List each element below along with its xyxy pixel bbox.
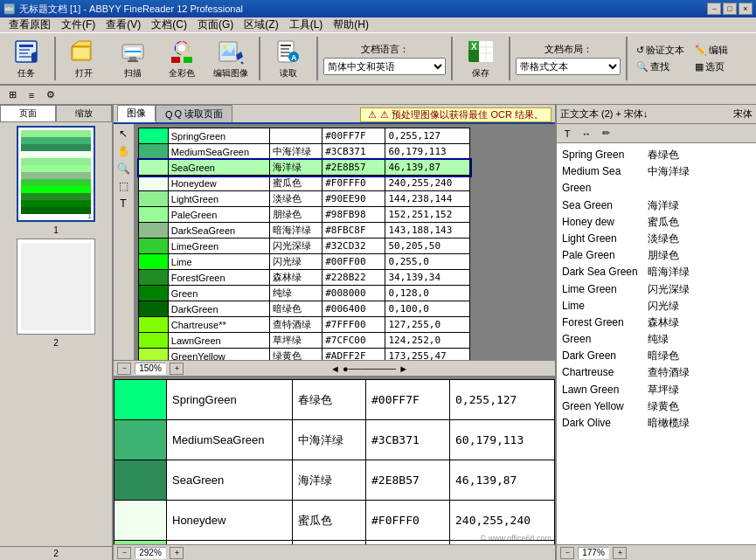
color-table-row: Honeydew 蜜瓜色 #F0FFF0 240,255,240 <box>139 176 470 191</box>
edit-icon: ✏️ <box>695 45 707 56</box>
thumb-num-2: 2 <box>53 338 59 348</box>
rp-zh: 淡绿色 <box>648 231 679 247</box>
task-button[interactable]: 任务 <box>3 35 49 82</box>
menu-region[interactable]: 区域(Z) <box>239 17 283 33</box>
zoom-out-right[interactable]: － <box>560 547 574 559</box>
image-tab[interactable]: 图像 <box>117 105 156 122</box>
verify-text-button[interactable]: ↺ 验证文本 <box>633 43 688 58</box>
right-btn-3[interactable]: ✏ <box>597 126 614 142</box>
text-tool[interactable]: T <box>115 196 131 211</box>
svg-rect-17 <box>184 57 192 63</box>
open-button[interactable]: 打开 <box>61 35 107 82</box>
format-select[interactable]: 带格式文本 <box>516 58 621 75</box>
image-area: 图像 Q Q 读取页面 ⚠ ⚠ 预处理图像以获得最佳 OCR 结果。 ↖ ✋ <box>114 105 555 376</box>
rp-en: Lawn Green <box>562 382 641 398</box>
settings-btn[interactable]: ⚙ <box>42 87 59 103</box>
right-panel-row: Dark Olive暗橄榄绿 <box>560 415 753 432</box>
bottom-zh-cell: 海洋绿 <box>293 460 366 501</box>
right-panel-row: Green纯绿 <box>560 331 753 348</box>
zoom-input-bottom[interactable] <box>135 547 166 559</box>
zoom-tool[interactable]: 🔍 <box>115 161 131 176</box>
color-en-cell: LightGreen <box>168 191 269 207</box>
bottom-hex-cell: #00FF7F <box>366 380 450 420</box>
thumbnail-area: 1 1 2 <box>0 122 112 546</box>
select-region-tool[interactable]: ⬚ <box>115 178 131 194</box>
color-en-cell: PaleGreen <box>168 207 269 223</box>
color-button[interactable]: 全彩色 <box>159 35 205 82</box>
color-rgb-cell: 0,255,127 <box>385 128 470 144</box>
pages-tab[interactable]: 页面 <box>0 105 56 122</box>
panel-tabs: 图像 Q Q 读取页面 ⚠ ⚠ 预处理图像以获得最佳 OCR 结果。 <box>114 105 555 124</box>
image-viewport[interactable]: SpringGreen #00FF7F 0,255,127 MediumSeaG… <box>135 124 555 360</box>
zoom-in-img[interactable]: ＋ <box>170 363 184 375</box>
menu-tools[interactable]: 工具(L) <box>284 17 329 33</box>
menu-help[interactable]: 帮助(H) <box>328 17 374 33</box>
color-hex-cell: #32CD32 <box>323 239 385 254</box>
zoom-in-right[interactable]: ＋ <box>613 547 627 559</box>
zoom-input-img[interactable] <box>135 363 166 375</box>
edit-image-button[interactable]: 编辑图像 <box>208 35 253 82</box>
rp-en: Lime Green <box>562 281 641 298</box>
menu-file[interactable]: 文件(F) <box>56 17 101 33</box>
bottom-area[interactable]: SpringGreen 春绿色 #00FF7F 0,255,127 Medium… <box>114 379 555 544</box>
menu-view-original[interactable]: 查看原图 <box>3 17 56 33</box>
bottom-swatch-cell <box>114 420 167 460</box>
zoom-out-img[interactable]: － <box>117 363 131 375</box>
color-icon <box>168 38 196 66</box>
color-en-cell: LawnGreen <box>168 333 269 349</box>
read-tab-label: Q 读取页面 <box>175 107 224 121</box>
zoom-tab[interactable]: 缩放 <box>56 105 112 122</box>
color-table-row: LightGreen 淡绿色 #90EE90 144,238,144 <box>139 191 470 207</box>
rp-zh: 闪光深绿 <box>648 281 690 298</box>
read-button[interactable]: A 读取 <box>266 35 311 82</box>
rp-en: Honey dew <box>562 214 641 231</box>
menu-view[interactable]: 查看(V) <box>101 17 146 33</box>
bottom-color-table: SpringGreen 春绿色 #00FF7F 0,255,127 Medium… <box>114 379 555 544</box>
zoom-out-bottom[interactable]: － <box>117 547 131 559</box>
minimize-btn[interactable]: － <box>707 3 721 15</box>
thumbnail-1[interactable]: 1 <box>17 126 95 222</box>
zoom-input-right[interactable] <box>578 547 609 559</box>
menu-doc[interactable]: 文档(C) <box>146 17 192 33</box>
color-en-cell: SeaGreen <box>168 160 269 176</box>
thumbnail-2[interactable] <box>17 239 95 335</box>
color-zh-cell: 森林绿 <box>269 270 322 286</box>
list-view-btn[interactable]: ≡ <box>23 87 40 103</box>
color-swatch-cell <box>139 144 169 160</box>
edit-button[interactable]: ✏️ 编辑 <box>691 43 732 58</box>
right-panel-row: Dark Green暗绿色 <box>560 348 753 364</box>
zoom-in-bottom[interactable]: ＋ <box>170 547 184 559</box>
svg-marker-5 <box>31 52 37 62</box>
open-icon <box>70 38 98 66</box>
maximize-btn[interactable]: □ <box>723 3 737 15</box>
select-button[interactable]: ▦ 选页 <box>691 59 732 74</box>
save-button[interactable]: X 保存 <box>458 35 503 82</box>
menu-page[interactable]: 页面(G) <box>192 17 239 33</box>
close-btn[interactable]: × <box>739 3 753 15</box>
color-zh-cell: 查特酒绿 <box>269 317 322 333</box>
bottom-zh-cell: 蜜瓜色 <box>293 501 366 541</box>
scan-button[interactable]: 扫描 <box>110 35 156 82</box>
title-bar-controls[interactable]: － □ × <box>707 3 753 15</box>
format-section: 文档布局： 带格式文本 <box>516 43 621 75</box>
find-button[interactable]: 🔍 查找 <box>633 59 688 74</box>
right-panel-header: 正文文本 (2) + 宋体↓ 宋体 <box>557 105 756 124</box>
arrow-tool[interactable]: ↖ <box>115 126 131 142</box>
grid-view-btn[interactable]: ⊞ <box>3 87 21 103</box>
color-hex-cell: #00FF7F <box>323 128 385 144</box>
right-btn-2[interactable]: ↔ <box>578 126 595 142</box>
divider-3 <box>316 37 318 80</box>
right-panel-row: Green <box>560 180 753 197</box>
color-table-row: LawnGreen 草坪绿 #7CFC00 124,252,0 <box>139 333 470 349</box>
color-zh-cell: 暗海洋绿 <box>269 223 322 239</box>
color-table-row: PaleGreen 朋绿色 #98FB98 152,251,152 <box>139 207 470 223</box>
search-icon: 🔍 <box>636 61 648 73</box>
hand-tool[interactable]: ✋ <box>115 143 131 159</box>
language-select[interactable]: 简体中文和英语 <box>323 58 446 75</box>
color-hex-cell: #7CFC00 <box>323 333 385 349</box>
color-table-row: MediumSeaGreen 中海洋绿 #3CB371 60,179,113 <box>139 144 470 160</box>
color-rgb-cell: 50,205,50 <box>385 239 470 254</box>
color-en-cell: ForestGreen <box>168 270 269 286</box>
read-tab[interactable]: Q Q 读取页面 <box>156 105 232 122</box>
right-btn-1[interactable]: T <box>558 126 576 142</box>
